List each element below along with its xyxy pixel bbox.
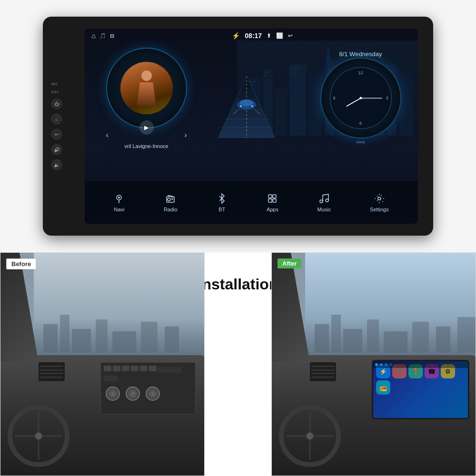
apps-icon: [267, 193, 278, 204]
bt-icon: [216, 193, 228, 204]
mic-label: MIC: [51, 82, 58, 86]
date-text: 8/1 Wednesday: [313, 50, 408, 58]
installation-title: Installation: [198, 267, 278, 293]
svg-point-44: [118, 197, 120, 198]
status-left: ⌂ 🎵 ⊟: [92, 32, 114, 40]
clock-center: [359, 97, 362, 99]
music-icon: [318, 193, 330, 204]
clock-3: 3: [386, 96, 388, 100]
status-center: ⚡ 08:17 ⬆ ⬜ ↩: [232, 32, 293, 40]
top-section: MIC RST ⏻ ⌂ ↩ 🔊 🔉: [0, 0, 476, 252]
before-label: Before: [6, 258, 36, 269]
vol-down-button[interactable]: 🔉: [51, 159, 62, 170]
clock-12: 12: [358, 70, 363, 75]
navi-icon: [113, 193, 125, 204]
navi-label: Navi: [114, 207, 124, 212]
music-label: Music: [317, 207, 331, 212]
clock-face: 12 3 6 9: [330, 67, 392, 129]
hour-hand: [346, 98, 361, 107]
media-icon: 🎵: [99, 33, 106, 39]
clock-9: 9: [333, 96, 336, 100]
svg-point-56: [378, 197, 381, 200]
signal-icon: ⬆: [267, 32, 271, 39]
svg-point-39: [251, 105, 253, 107]
main-screen: ⌂ 🎵 ⊟ ⚡ 08:17 ⬆ ⬜ ↩: [85, 29, 418, 224]
svg-point-38: [240, 105, 242, 107]
radio-label: Radio: [164, 207, 178, 212]
bt-label: BT: [218, 207, 225, 212]
side-buttons: MIC RST ⏻ ⌂ ↩ 🔊 🔉: [51, 82, 62, 170]
svg-rect-51: [273, 195, 276, 198]
song-title: vril Lavigne-Innoce: [99, 143, 194, 149]
back-button[interactable]: ↩: [51, 129, 62, 139]
nav-item-music[interactable]: Music: [317, 193, 331, 212]
home-icon[interactable]: ⌂: [92, 32, 96, 40]
bluetooth-icon: ⚡: [232, 32, 240, 40]
after-label: After: [278, 258, 301, 268]
album-art-inner: [120, 62, 173, 114]
apps-label: Apps: [267, 207, 278, 212]
album-art-circle: ▶: [106, 48, 187, 129]
bottom-section: Before: [0, 252, 476, 476]
svg-rect-50: [268, 195, 272, 198]
radio-icon: [165, 193, 176, 204]
installation-area: Installation: [205, 252, 271, 476]
svg-point-46: [168, 198, 170, 201]
window-icon: ⬜: [276, 32, 283, 39]
after-panel: After: [271, 252, 476, 476]
svg-rect-52: [268, 199, 272, 202]
nav-item-navi[interactable]: Navi: [113, 193, 125, 212]
nav-item-bt[interactable]: BT: [216, 193, 228, 212]
nav-item-radio[interactable]: Radio: [164, 193, 178, 212]
music-player: ▶ ‹ › vril Lavigne-Innoce: [99, 48, 194, 157]
screen-icon: ⊟: [110, 33, 114, 39]
road-animation: [199, 52, 304, 148]
clock-6: 6: [359, 121, 362, 126]
nav-item-settings[interactable]: Settings: [370, 193, 389, 212]
home-button[interactable]: ⌂: [51, 114, 62, 124]
play-button[interactable]: ▶: [139, 120, 154, 135]
settings-label: Settings: [370, 207, 389, 212]
svg-point-54: [320, 200, 323, 203]
svg-point-37: [240, 99, 253, 106]
next-track-button[interactable]: ›: [184, 131, 187, 139]
head-unit: MIC RST ⏻ ⌂ ↩ 🔊 🔉: [43, 17, 433, 236]
power-button[interactable]: ⏻: [51, 99, 62, 109]
svg-rect-53: [273, 199, 276, 202]
minute-hand: [361, 98, 382, 99]
nav-item-apps[interactable]: Apps: [267, 193, 278, 212]
clock-label: clock: [313, 140, 408, 144]
rst-label: RST: [51, 90, 59, 94]
back-icon: ↩: [288, 32, 293, 39]
clock-display: 8/1 Wednesday 12 3 6 9: [313, 48, 408, 157]
prev-track-button[interactable]: ‹: [106, 131, 109, 139]
time-display: 08:17: [245, 32, 262, 40]
clock-outer: 12 3 6 9: [320, 58, 401, 139]
road-svg: [199, 52, 294, 148]
album-art: [120, 62, 173, 114]
bottom-navigation: Navi Radio: [85, 181, 418, 224]
app-icon-6: 📻: [376, 380, 390, 395]
svg-point-55: [326, 199, 328, 202]
status-bar: ⌂ 🎵 ⊟ ⚡ 08:17 ⬆ ⬜ ↩: [85, 29, 418, 43]
vol-up-button[interactable]: 🔊: [51, 144, 62, 155]
settings-icon: [374, 193, 385, 204]
before-panel: Before: [0, 252, 205, 476]
